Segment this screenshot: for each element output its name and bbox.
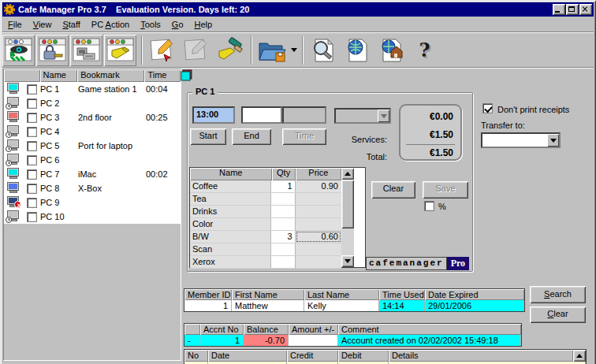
menu-staff[interactable]: Staff	[57, 18, 85, 31]
window-title: Cafe Manager Pro 3.7 Evaluation Version.…	[18, 5, 552, 14]
search-button[interactable]: Search	[530, 286, 586, 303]
maximize-button[interactable]	[566, 4, 579, 15]
find-document-button[interactable]	[307, 35, 339, 66]
open-folder-button[interactable]	[255, 35, 288, 66]
pc-time: 00:04	[146, 84, 181, 94]
menu-go[interactable]: Go	[166, 18, 189, 31]
total-amount: €1.50	[430, 147, 453, 158]
dont-print-label: Don't print receipts	[497, 105, 569, 114]
scroll-down-button[interactable]	[341, 255, 354, 267]
menu-pc-action[interactable]: PC Action	[86, 18, 135, 31]
logo-pro-badge: Pro	[447, 257, 469, 270]
clear-services-button[interactable]: Clear	[371, 181, 415, 199]
folder-dropdown-arrow[interactable]	[289, 35, 299, 66]
pc-name: PC 5	[40, 141, 78, 150]
app-gear-icon	[4, 4, 15, 15]
pc-row[interactable]: PC 2	[4, 96, 181, 110]
transactions-scroll-up[interactable]	[573, 350, 586, 362]
account-amount-field[interactable]	[289, 335, 338, 346]
dont-print-checkbox[interactable]	[482, 103, 493, 113]
pc-lock-button[interactable]	[36, 35, 69, 66]
service-row[interactable]: Drinks	[190, 206, 341, 218]
title-bar[interactable]: Cafe Manager Pro 3.7 Evaluation Version.…	[2, 2, 594, 17]
menu-bar: File View Staff PC Action Tools Go Help	[2, 17, 594, 32]
services-header-name: Name	[190, 168, 272, 180]
clean-pc-button[interactable]	[214, 35, 246, 66]
help-icon: ?	[419, 39, 430, 61]
end-button[interactable]: End	[232, 128, 271, 145]
pc-bookmark: 2nd floor	[78, 113, 146, 122]
pc-row[interactable]: PC 9	[4, 195, 181, 210]
web-home-document-icon	[377, 37, 405, 64]
pc-row[interactable]: PC 4	[4, 124, 181, 139]
pc-checkbox[interactable]	[27, 212, 37, 222]
session-title: PC 1	[192, 87, 218, 96]
pc-checkbox[interactable]	[27, 84, 37, 95]
pc-name: PC 6	[40, 155, 78, 165]
pc-row[interactable]: PC 10	[4, 210, 181, 224]
scroll-thumb[interactable]	[341, 180, 354, 228]
pc-name: PC 2	[40, 98, 78, 108]
web-document-button[interactable]	[341, 35, 373, 66]
pc-checkbox[interactable]	[27, 113, 37, 123]
pc-hardware-button[interactable]	[70, 35, 102, 66]
service-row[interactable]: Xerox	[190, 256, 341, 269]
menu-file[interactable]: File	[2, 18, 28, 31]
edit-services-disabled-button	[180, 35, 212, 66]
pc-notes-button[interactable]	[104, 35, 136, 66]
transfer-combo-arrow[interactable]	[547, 134, 559, 147]
clear-member-button[interactable]: Clear	[530, 306, 586, 323]
percent-checkbox[interactable]	[424, 201, 434, 211]
pc-row[interactable]: PC 8 X-Box	[4, 181, 181, 195]
close-button[interactable]	[579, 4, 592, 15]
app-window: Cafe Manager Pro 3.7 Evaluation Version.…	[0, 0, 596, 364]
member-date-expired: 29/01/2006	[425, 300, 524, 311]
pc-row[interactable]: PC 1 Game station 1 00:04	[4, 82, 181, 96]
total-label: Total:	[316, 152, 387, 162]
service-row[interactable]: Color	[190, 218, 341, 231]
account-row[interactable]: - 1 -0.70 Account created on 02/02/2002 …	[184, 335, 521, 346]
transfer-to-combobox[interactable]	[481, 132, 561, 148]
scroll-up-button[interactable]	[341, 168, 354, 180]
pc-checkbox[interactable]	[27, 198, 37, 208]
menu-help[interactable]: Help	[189, 18, 218, 31]
header-icon-col[interactable]	[4, 69, 40, 82]
web-home-document-button[interactable]	[374, 35, 407, 66]
pc-checkbox[interactable]	[27, 127, 37, 137]
pc-checkbox[interactable]	[27, 98, 37, 109]
pc-row[interactable]: PC 3 2nd floor 00:25	[4, 110, 181, 124]
header-time[interactable]: Time	[144, 69, 181, 82]
pc-time: 00:25	[146, 113, 181, 122]
pc-row[interactable]: PC 7 iMac 00:02	[4, 167, 181, 181]
edit-services-button[interactable]	[146, 35, 178, 66]
minimize-button[interactable]	[553, 4, 565, 15]
account-header: Accnt No Balance Amount +/- Comment	[184, 324, 521, 335]
pc-name: PC 1	[40, 84, 78, 94]
pc-overview-button[interactable]	[2, 35, 35, 66]
help-button[interactable]: ?	[408, 35, 441, 66]
header-bookmark[interactable]: Bookmark	[77, 69, 144, 82]
member-row[interactable]: 1 Matthew Kelly 14:14 29/01/2006	[184, 300, 524, 311]
service-row[interactable]: Scan	[190, 243, 341, 256]
pc-status-icon	[6, 210, 21, 223]
pc-row[interactable]: PC 6	[4, 153, 181, 167]
pc-bookmark: Port for laptop	[78, 141, 146, 150]
services-scrollbar[interactable]	[341, 168, 354, 267]
start-button[interactable]: Start	[190, 128, 226, 145]
menu-tools[interactable]: Tools	[135, 18, 166, 31]
end-time-field[interactable]	[241, 106, 282, 124]
pc-checkbox[interactable]	[27, 155, 37, 165]
pc-checkbox[interactable]	[27, 141, 37, 151]
session-groupbox: PC 1 13:00 Start End Time Services: Tota…	[187, 92, 473, 272]
service-row[interactable]: Coffee10.90	[190, 180, 341, 193]
header-name[interactable]: Name	[40, 69, 78, 82]
service-row[interactable]: Tea	[190, 193, 341, 206]
service-row[interactable]: B/W30.60	[190, 231, 341, 243]
pc-row[interactable]: PC 5 Port for laptop	[4, 139, 181, 153]
pc-checkbox[interactable]	[27, 184, 37, 194]
menu-view[interactable]: View	[28, 18, 58, 31]
pc-checkbox[interactable]	[27, 169, 37, 180]
rate-combo-arrow	[378, 110, 389, 122]
start-time-field[interactable]: 13:00	[192, 106, 235, 124]
member-id: 1	[184, 300, 232, 311]
